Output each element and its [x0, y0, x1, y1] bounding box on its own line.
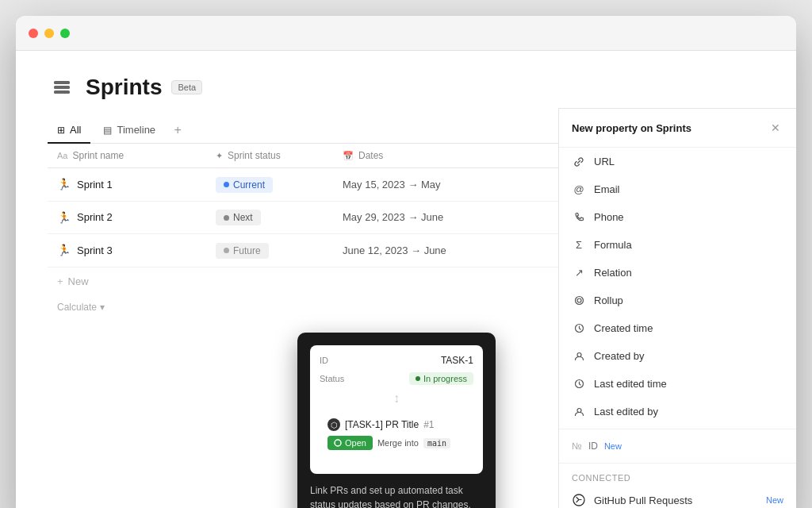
open-badge: Open: [327, 436, 373, 450]
relation-icon: ↗: [572, 267, 586, 279]
id-text: ID: [588, 441, 598, 452]
col-icon-dates: 📅: [343, 151, 354, 161]
panel-header: New property on Sprints ✕: [559, 109, 796, 148]
cell-sprint-status: Next: [206, 202, 333, 234]
status-badge-future: Future: [216, 243, 269, 259]
tooltip-status-field: Status In progress: [320, 372, 473, 385]
tooltip-description: Link PRs and set up automated task statu…: [310, 483, 483, 508]
property-panel: New property on Sprints ✕ URL @ Email: [558, 108, 796, 508]
phone-icon: [572, 212, 586, 222]
created-by-icon: [572, 351, 586, 361]
email-icon: @: [572, 183, 586, 195]
tooltip-card: ID TASK-1 Status In progress ↕ ⬡ [TASK-1…: [297, 333, 496, 508]
tooltip-id-field: ID TASK-1: [320, 355, 473, 366]
svg-point-14: [577, 409, 581, 413]
add-row-icon: +: [57, 275, 63, 287]
pr-merge-row: Open Merge into main: [327, 436, 465, 450]
content-area: Sprints Beta ⊞ All ▤ Timeline + Filter S…: [16, 51, 796, 508]
svg-point-10: [577, 298, 581, 302]
panel-item-email[interactable]: @ Email: [559, 175, 796, 203]
page-icon: [48, 73, 76, 102]
col-icon-status: ✦: [216, 151, 223, 161]
created-time-icon: [572, 323, 586, 333]
minimize-button[interactable]: [44, 29, 54, 38]
sprint-icon: 🏃: [57, 244, 71, 256]
panel-divider-2: [559, 463, 796, 464]
formula-icon: Σ: [572, 239, 586, 251]
col-icon-aa: Aa: [57, 151, 67, 160]
panel-close-button[interactable]: ✕: [768, 120, 783, 136]
github-pr-icon: [572, 494, 586, 506]
calculate-chevron: ▾: [100, 302, 105, 313]
status-dot: [224, 182, 229, 187]
tab-timeline-label: Timeline: [117, 124, 155, 136]
pr-header: ⬡ [TASK-1] PR Title #1: [327, 418, 465, 431]
panel-divider: [559, 429, 796, 429]
sprint-icon: 🏃: [57, 211, 71, 224]
cell-sprint-name: 🏃 Sprint 1: [48, 170, 206, 198]
svg-rect-1: [54, 86, 70, 89]
panel-item-created-time[interactable]: Created time: [559, 314, 796, 342]
url-icon: [572, 156, 586, 167]
tooltip-arrows: ↕: [320, 391, 473, 406]
status-dot: [224, 248, 229, 253]
panel-item-rollup[interactable]: Rollup: [559, 287, 796, 314]
status-dot: [224, 215, 229, 221]
cell-sprint-name: 🏃 Sprint 3: [48, 236, 206, 264]
tabs-left: ⊞ All ▤ Timeline +: [48, 117, 557, 143]
svg-rect-0: [54, 81, 70, 84]
panel-item-created-by[interactable]: Created by: [559, 342, 796, 370]
cell-sprint-name: 🏃 Sprint 2: [48, 203, 206, 232]
beta-badge: Beta: [171, 80, 202, 94]
pr-title: [TASK-1] PR Title: [345, 419, 419, 430]
panel-title: New property on Sprints: [572, 122, 691, 134]
page-title: Sprints: [86, 75, 162, 100]
panel-item-relation[interactable]: ↗ Relation: [559, 259, 796, 287]
maximize-button[interactable]: [60, 29, 70, 38]
last-edited-time-icon: [572, 379, 586, 389]
app-window: Sprints Beta ⊞ All ▤ Timeline + Filter S…: [16, 16, 796, 508]
tooltip-inner-card: ID TASK-1 Status In progress ↕ ⬡ [TASK-1…: [310, 345, 483, 474]
panel-item-url[interactable]: URL: [559, 148, 796, 175]
timeline-tab-icon: ▤: [103, 125, 112, 136]
titlebar: [16, 16, 796, 51]
id-no-label: №: [572, 441, 582, 452]
tab-all[interactable]: ⊞ All: [48, 117, 90, 144]
page-header: Sprints Beta: [48, 73, 764, 102]
panel-item-formula[interactable]: Σ Formula: [559, 231, 796, 259]
pr-number: #1: [423, 419, 434, 430]
panel-item-last-edited-time[interactable]: Last edited time: [559, 370, 796, 398]
svg-point-12: [577, 353, 581, 357]
id-section: № ID New: [559, 433, 796, 460]
add-view-button[interactable]: +: [168, 121, 187, 140]
status-in-progress-badge: In progress: [409, 372, 473, 385]
tab-timeline[interactable]: ▤ Timeline: [94, 117, 165, 144]
github-pr-new-badge: New: [766, 495, 783, 505]
rollup-icon: [572, 295, 586, 306]
panel-item-last-edited-by[interactable]: Last edited by: [559, 398, 796, 425]
main-branch-label: main: [423, 438, 450, 448]
status-badge-current: Current: [216, 177, 273, 193]
sprint-icon: 🏃: [57, 178, 71, 190]
panel-item-github-pr[interactable]: GitHub Pull Requests New: [559, 486, 796, 508]
cell-sprint-status: Future: [206, 234, 333, 267]
status-badge-next: Next: [216, 210, 261, 225]
panel-item-phone[interactable]: Phone: [559, 203, 796, 231]
svg-rect-2: [54, 90, 70, 94]
column-sprint-status: ✦ Sprint status: [206, 144, 333, 167]
connected-section-label: Connected: [559, 467, 796, 486]
in-progress-dot: [416, 376, 420, 381]
id-new-badge: New: [604, 441, 622, 451]
svg-point-9: [575, 297, 583, 305]
github-icon: ⬡: [327, 418, 340, 431]
all-tab-icon: ⊞: [57, 125, 65, 136]
svg-point-8: [335, 440, 341, 446]
cell-sprint-status: Current: [206, 168, 333, 201]
tab-all-label: All: [70, 124, 81, 136]
last-edited-by-icon: [572, 406, 586, 417]
close-button[interactable]: [29, 29, 38, 38]
column-sprint-name: Aa Sprint name: [48, 144, 206, 167]
tooltip-pr-card: ⬡ [TASK-1] PR Title #1 Open Merge into m…: [320, 410, 473, 458]
